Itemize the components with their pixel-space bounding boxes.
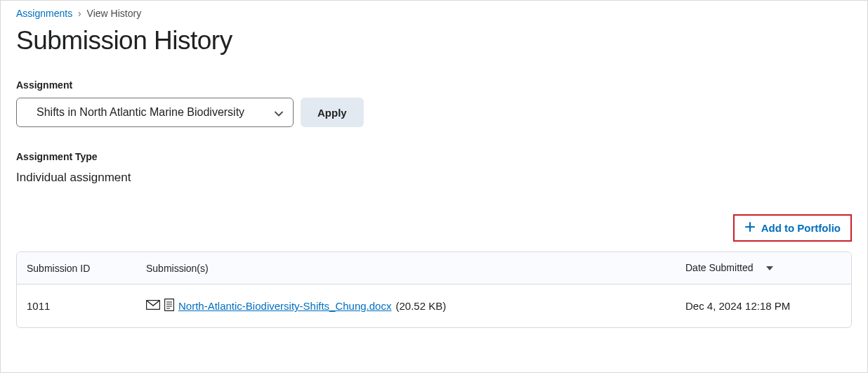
submissions-table: Submission ID Submission(s) Date Submitt… [16,251,852,328]
breadcrumb-separator: › [78,8,81,19]
assignment-select-value: Shifts in North Atlantic Marine Biodiver… [37,106,244,119]
chevron-down-icon [275,108,283,117]
sort-desc-icon [765,263,774,274]
assignment-select[interactable]: Shifts in North Atlantic Marine Biodiver… [16,98,294,127]
filter-row: Shifts in North Atlantic Marine Biodiver… [16,98,852,127]
table-row: 1011 North-Atlantic-Biodiversity-Shifts_… [17,284,851,327]
mail-icon[interactable] [146,300,160,312]
apply-button[interactable]: Apply [301,98,364,127]
assignment-filter-label: Assignment [16,79,852,91]
svg-rect-1 [165,299,174,311]
breadcrumb-parent-link[interactable]: Assignments [16,8,72,19]
table-header-row: Submission ID Submission(s) Date Submitt… [17,252,851,284]
assignment-type-label: Assignment Type [16,151,852,162]
portfolio-row: Add to Portfolio [16,214,852,242]
page-title: Submission History [16,26,852,55]
add-to-portfolio-label: Add to Portfolio [761,222,841,234]
col-header-submissions: Submission(s) [136,252,676,284]
cell-date-submitted: Dec 4, 2024 12:18 PM [676,284,851,327]
breadcrumb-current: View History [87,8,142,19]
document-icon [164,299,174,313]
breadcrumb: Assignments › View History [16,8,852,19]
submission-file-size: (20.52 KB) [395,300,446,312]
assignment-type-value: Individual assignment [16,171,852,185]
col-header-date[interactable]: Date Submitted [676,252,851,284]
submission-file-link[interactable]: North-Atlantic-Biodiversity-Shifts_Chung… [178,300,391,312]
col-header-date-label: Date Submitted [685,262,754,273]
col-header-id: Submission ID [17,252,136,284]
cell-submission-id: 1011 [17,284,136,327]
plus-icon [744,221,756,235]
cell-submission-file: North-Atlantic-Biodiversity-Shifts_Chung… [136,284,676,327]
add-to-portfolio-button[interactable]: Add to Portfolio [733,214,852,242]
